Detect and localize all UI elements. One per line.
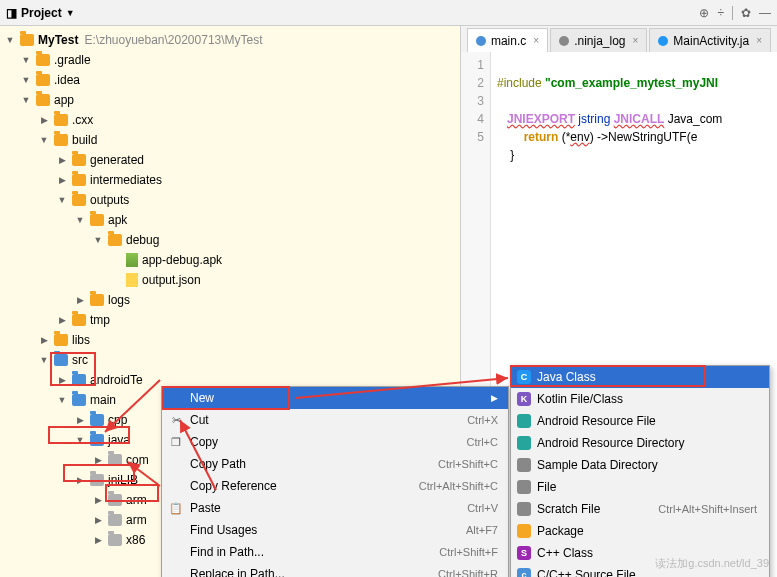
close-icon[interactable]: × [633, 35, 639, 46]
ctx-new[interactable]: New▶ [162, 387, 508, 409]
tree-node-build[interactable]: build [0, 130, 460, 150]
close-icon[interactable]: × [756, 35, 762, 46]
submenu-java-class[interactable]: CJava Class [511, 366, 769, 388]
ctx-cut[interactable]: ✂CutCtrl+X [162, 409, 508, 431]
project-view-selector[interactable]: ◨ Project ▼ [6, 6, 75, 20]
tab-main.c[interactable]: main.c× [467, 28, 548, 52]
tree-node-generated[interactable]: generated [0, 150, 460, 170]
tree-node-app-debug.apk[interactable]: app-debug.apk [0, 250, 460, 270]
submenu-package[interactable]: Package [511, 520, 769, 542]
divider-icon: ÷ [717, 6, 724, 20]
close-icon[interactable]: × [533, 35, 539, 46]
ctx-replace-in-path-[interactable]: Replace in Path...Ctrl+Shift+R [162, 563, 508, 577]
tree-node-src[interactable]: src [0, 350, 460, 370]
project-root[interactable]: MyTest E:\zhuoyueban\20200713\MyTest [0, 30, 460, 50]
submenu-kotlin-file-class[interactable]: KKotlin File/Class [511, 388, 769, 410]
tree-node-outputs[interactable]: outputs [0, 190, 460, 210]
project-path: E:\zhuoyueban\20200713\MyTest [84, 33, 262, 47]
ctx-find-usages[interactable]: Find UsagesAlt+F7 [162, 519, 508, 541]
ctx-copy[interactable]: ❐CopyCtrl+C [162, 431, 508, 453]
tab-.ninja_log[interactable]: .ninja_log× [550, 28, 647, 52]
context-menu[interactable]: New▶✂CutCtrl+X❐CopyCtrl+CCopy PathCtrl+S… [161, 386, 509, 577]
project-label: Project [21, 6, 62, 20]
tree-node-apk[interactable]: apk [0, 210, 460, 230]
submenu-sample-data-directory[interactable]: Sample Data Directory [511, 454, 769, 476]
ctx-find-in-path-[interactable]: Find in Path...Ctrl+Shift+F [162, 541, 508, 563]
hide-icon[interactable]: — [759, 6, 771, 20]
tree-node-output.json[interactable]: output.json [0, 270, 460, 290]
tree-node-libs[interactable]: libs [0, 330, 460, 350]
tree-node-logs[interactable]: logs [0, 290, 460, 310]
toolbar-icons: ⊕ ÷ ✿ — [699, 6, 771, 20]
submenu-android-resource-file[interactable]: Android Resource File [511, 410, 769, 432]
ctx-copy-path[interactable]: Copy PathCtrl+Shift+C [162, 453, 508, 475]
ctx-paste[interactable]: 📋PasteCtrl+V [162, 497, 508, 519]
tree-node-app[interactable]: app [0, 90, 460, 110]
target-icon[interactable]: ⊕ [699, 6, 709, 20]
tree-node-debug[interactable]: debug [0, 230, 460, 250]
project-tool-header: ◨ Project ▼ ⊕ ÷ ✿ — [0, 0, 777, 26]
editor-tabs: main.c×.ninja_log×MainActivity.ja× [461, 26, 777, 52]
submenu-file[interactable]: File [511, 476, 769, 498]
submenu-scratch-file[interactable]: Scratch FileCtrl+Alt+Shift+Insert [511, 498, 769, 520]
ctx-copy-reference[interactable]: Copy ReferenceCtrl+Alt+Shift+C [162, 475, 508, 497]
watermark: 读法加g.csdn.net/ld_39 [655, 556, 769, 571]
new-submenu[interactable]: CJava ClassKKotlin File/ClassAndroid Res… [510, 365, 770, 577]
tree-node-intermediates[interactable]: intermediates [0, 170, 460, 190]
tree-node-.cxx[interactable]: .cxx [0, 110, 460, 130]
project-name: MyTest [38, 33, 78, 47]
gear-icon[interactable]: ✿ [741, 6, 751, 20]
tree-node-.idea[interactable]: .idea [0, 70, 460, 90]
tree-node-.gradle[interactable]: .gradle [0, 50, 460, 70]
tab-MainActivity.ja[interactable]: MainActivity.ja× [649, 28, 771, 52]
tree-node-tmp[interactable]: tmp [0, 310, 460, 330]
submenu-android-resource-directory[interactable]: Android Resource Directory [511, 432, 769, 454]
